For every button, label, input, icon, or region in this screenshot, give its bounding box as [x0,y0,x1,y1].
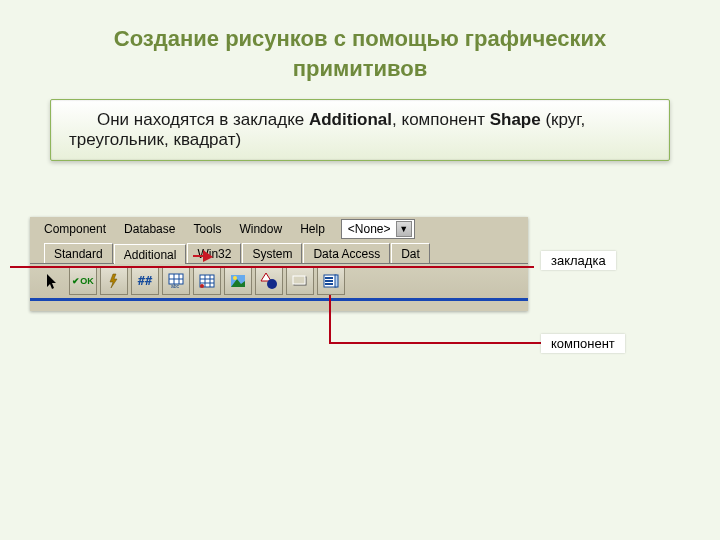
svg-rect-17 [293,276,305,284]
info-bold-shape: Shape [490,110,541,129]
svg-rect-20 [325,280,333,282]
tab-dat-cut[interactable]: Dat [391,243,430,263]
project-combo-value: <None> [348,222,392,236]
arrow-marker-icon [193,248,213,262]
palette-tabs: Standard Additional Win32 System Data Ac… [30,241,528,264]
annotation-tab: закладка [541,251,616,270]
info-text-2: , компонент [392,110,490,129]
svg-point-15 [267,279,277,289]
svg-point-10 [200,284,204,288]
menu-database[interactable]: Database [116,220,183,238]
menu-help[interactable]: Help [292,220,333,238]
project-combo-arrow[interactable]: ▼ [396,221,412,237]
info-box: Они находятся в закладке Additional, ком… [50,99,670,161]
menu-bar: Component Database Tools Window Help <No… [30,217,528,241]
tab-system[interactable]: System [242,243,302,263]
tab-data-access[interactable]: Data Access [303,243,390,263]
menu-tools[interactable]: Tools [185,220,229,238]
project-combo[interactable]: <None> ▼ [341,219,415,239]
annotation-component: компонент [541,334,625,353]
leader-line-tab [10,265,550,277]
svg-text:abc: abc [171,283,180,289]
svg-rect-21 [325,283,333,285]
menu-component[interactable]: Component [36,220,114,238]
menu-window[interactable]: Window [231,220,290,238]
tab-standard[interactable]: Standard [44,243,113,263]
tab-additional[interactable]: Additional [114,244,187,264]
svg-rect-19 [325,277,333,279]
page-title: Создание рисунков с помощью графических … [50,24,670,83]
leader-line-component [328,293,548,353]
info-text-1: Они находятся в закладке [97,110,309,129]
info-bold-additional: Additional [309,110,392,129]
svg-marker-23 [193,250,213,262]
